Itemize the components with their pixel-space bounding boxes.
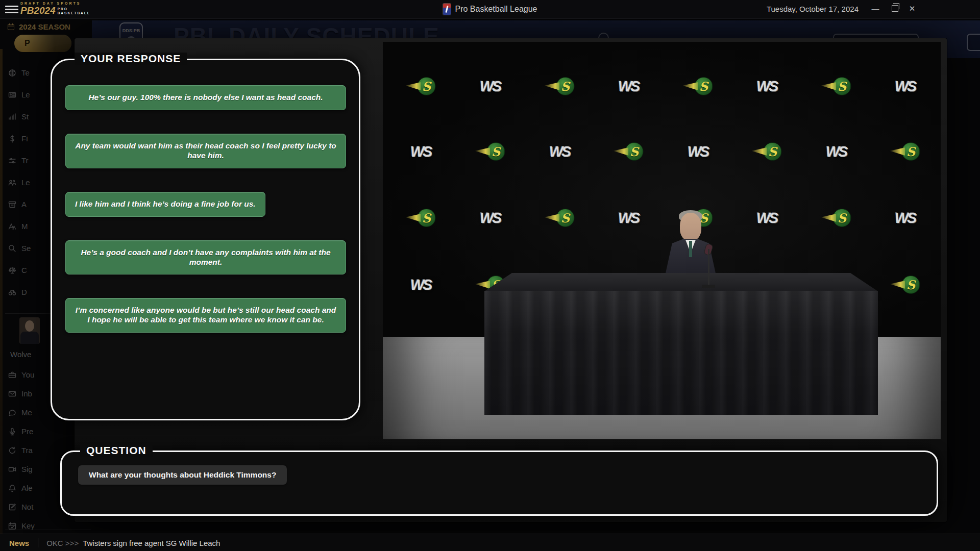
sidebar-user-item-4[interactable]: Tra	[8, 444, 35, 457]
team-s-logo: S	[545, 209, 575, 227]
question-header: QUESTION	[80, 444, 153, 457]
minimize-button[interactable]: —	[871, 4, 880, 13]
team-ws-logo: WS	[618, 78, 639, 95]
sidebar-item-label: St	[21, 112, 29, 121]
team-ws-logo: WS	[756, 210, 777, 227]
sidebar-item-label: Le	[21, 90, 30, 99]
play-button[interactable]: P	[14, 35, 71, 52]
sidebar-item-label: Pre	[21, 427, 33, 436]
sidebar-item-label: C	[21, 266, 27, 274]
sidebar-user-item-1[interactable]: Inb	[8, 387, 35, 400]
team-ws-logo: WS	[895, 78, 916, 95]
sidebar-user-item-0[interactable]: You	[8, 368, 35, 381]
envelope-icon	[8, 390, 16, 398]
sidebar-user-menu: YouInbMePreTraSigAleNotKey	[8, 368, 35, 532]
avatar-body	[20, 332, 39, 344]
team-s-logo: S	[821, 209, 851, 227]
response-options-list: He’s our guy. 100% there is nobody else …	[65, 85, 347, 333]
sidebar-item-5[interactable]: Le	[8, 176, 31, 189]
sidebar-user-item-6[interactable]: Ale	[8, 482, 35, 494]
team-s-logo: S	[890, 276, 920, 294]
note-icon	[8, 503, 16, 511]
season-selector[interactable]: 2024 SEASON	[7, 22, 70, 31]
sidebar-divider-bottom	[5, 530, 91, 530]
team-ws-logo: WS	[480, 78, 501, 95]
media-icon	[8, 222, 16, 231]
briefcase-icon	[8, 371, 16, 379]
hamburger-menu-icon[interactable]	[5, 4, 18, 14]
response-option-2[interactable]: Any team would want him as their head co…	[65, 134, 346, 168]
team-s-logo: S	[890, 142, 920, 161]
sidebar-user-item-5[interactable]: Sig	[8, 463, 35, 475]
team-ws-logo: WS	[618, 210, 639, 227]
sidebar-user-item-8[interactable]: Key	[8, 519, 35, 532]
season-label: 2024 SEASON	[19, 22, 70, 31]
team-s-logo: S	[545, 77, 575, 95]
refresh-icon	[8, 446, 16, 455]
binoculars-icon	[8, 288, 16, 296]
dollar-icon	[8, 135, 16, 143]
response-option-3[interactable]: I like him and I think he’s doing a fine…	[65, 192, 265, 217]
microphone-icon	[8, 428, 16, 436]
team-ws-logo: WS	[480, 210, 501, 227]
calendar-icon	[7, 23, 15, 31]
sidebar-item-8[interactable]: Se	[8, 242, 31, 255]
sidebar-item-7[interactable]: M	[8, 220, 31, 233]
team-ws-logo: WS	[826, 143, 847, 160]
chat-icon	[8, 409, 16, 417]
sidebar-user-item-2[interactable]: Me	[8, 406, 35, 419]
team-s-logo: S	[406, 209, 436, 227]
sidebar-item-6[interactable]: A	[8, 198, 31, 211]
sidebar-main-menu: TeLeStFiTrLeAMSeCD	[8, 66, 31, 298]
press-conference-photo: SWSSWSSWSSWSWSSWSSWSSWSSSWSSWSSWSSWSWSSW…	[383, 42, 941, 439]
response-option-1[interactable]: He’s our guy. 100% there is nobody else …	[65, 85, 346, 110]
scales-icon	[8, 266, 16, 274]
microphone-base	[702, 285, 715, 288]
team-ws-logo: WS	[410, 143, 431, 160]
response-option-5[interactable]: I’m concerned like anyone would be but h…	[65, 298, 346, 333]
calendar-check-icon	[8, 522, 16, 530]
sidebar-item-label: Not	[21, 503, 33, 511]
sidebar-item-4[interactable]: Tr	[8, 154, 31, 167]
app-title-group: Pro Basketball League	[443, 4, 537, 15]
bell-icon	[8, 484, 16, 492]
sidebar-item-label: A	[21, 200, 27, 209]
team-ws-logo: WS	[549, 143, 570, 160]
sidebar-item-3[interactable]: Fi	[8, 132, 31, 145]
coach-tie	[689, 241, 692, 257]
question-text-chip: What are your thoughts about Heddick Tim…	[78, 465, 287, 485]
search-icon	[8, 244, 16, 253]
close-button[interactable]: ✕	[908, 4, 917, 13]
current-date: Tuesday, October 17, 2024	[767, 5, 859, 13]
news-separator	[38, 538, 38, 547]
sidebar-item-label: Ale	[21, 484, 33, 492]
question-panel: QUESTION What are your thoughts about He…	[60, 450, 938, 516]
team-s-logo: S	[752, 142, 782, 161]
response-option-4[interactable]: He’s a good coach and I don’t have any c…	[65, 240, 346, 275]
restore-button[interactable]	[892, 5, 898, 12]
sidebar-item-label: You	[21, 370, 34, 379]
brand-sublogo: PROBASKETBALL	[58, 7, 90, 15]
archive-icon	[8, 201, 16, 209]
sidebar-user-item-7[interactable]: Not	[8, 500, 35, 513]
sidebar-item-2[interactable]: St	[8, 110, 31, 123]
press-table-top	[484, 273, 878, 291]
sidebar-item-9[interactable]: C	[8, 264, 31, 277]
news-label[interactable]: News	[9, 539, 29, 547]
header-nav-button-right[interactable]	[967, 34, 980, 51]
title-bar: DRAFT DAY SPORTS PB2024 PROBASKETBALL Pr…	[0, 0, 980, 19]
camera-icon	[8, 465, 16, 473]
gm-avatar[interactable]	[19, 317, 40, 344]
sidebar-user-item-3[interactable]: Pre	[8, 425, 35, 438]
news-headline[interactable]: Twisters sign free agent SG Willie Leach	[83, 539, 220, 547]
sidebar-item-label: Me	[21, 408, 32, 417]
brand-tagline: DRAFT DAY SPORTS	[20, 2, 90, 5]
sidebar-item-1[interactable]: Le	[8, 88, 31, 101]
sidebar-item-label: Key	[21, 521, 35, 530]
team-ws-logo: WS	[410, 277, 431, 293]
your-response-panel: YOUR RESPONSE He’s our guy. 100% there i…	[51, 59, 360, 420]
sidebar-item-10[interactable]: D	[8, 286, 31, 298]
team-ws-logo: WS	[688, 143, 708, 160]
sidebar-item-0[interactable]: Te	[8, 66, 31, 79]
sidebar-accent-edge	[0, 49, 3, 551]
